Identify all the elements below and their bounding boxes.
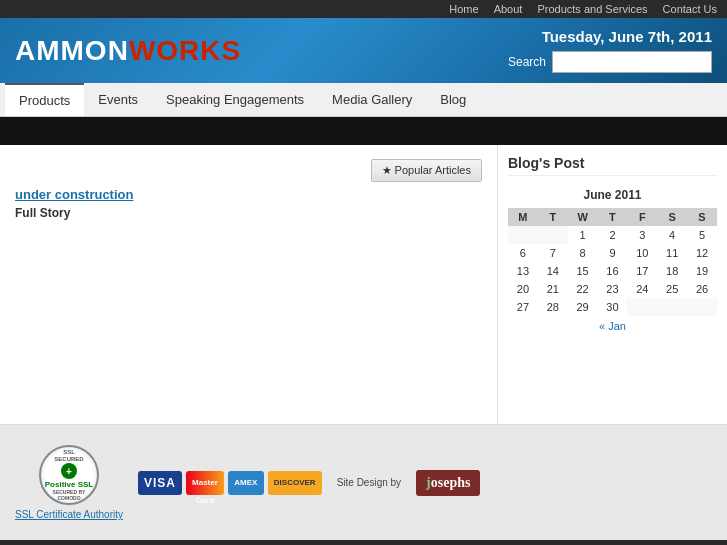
sidebar: Blog's Post June 2011 M T W T F S S 1 — [497, 145, 727, 424]
cal-cell: 8 — [568, 244, 598, 262]
black-banner — [0, 117, 727, 145]
nav-media-gallery[interactable]: Media Gallery — [318, 84, 426, 115]
cal-cell: 25 — [657, 280, 687, 298]
cal-cell: 2 — [598, 226, 628, 244]
search-input[interactable] — [552, 51, 712, 73]
ssl-secured-text: SSLSECURED — [54, 449, 83, 462]
cal-cell: 12 — [687, 244, 717, 262]
star-icon: ★ — [382, 164, 392, 176]
calendar: M T W T F S S 1 2 3 4 5 — [508, 208, 717, 336]
josephs-logo: josephs — [416, 470, 480, 496]
cal-prev-link[interactable]: « Jan — [508, 316, 717, 336]
ssl-badge: SSLSECURED + Positive SSL SECURED BY COM… — [39, 445, 99, 505]
cal-nav-row: « Jan — [508, 316, 717, 336]
cal-cell: 22 — [568, 280, 598, 298]
main-content: ★ Popular Articles under construction Fu… — [0, 145, 497, 424]
logo-ammon: AMMON — [15, 35, 129, 66]
site-logo: AMMONWORKS — [15, 35, 241, 67]
cal-header-t2: T — [598, 208, 628, 226]
cal-cell — [508, 226, 538, 244]
cal-jan-link[interactable]: « Jan — [599, 320, 626, 332]
calendar-month-title: June 2011 — [508, 184, 717, 208]
mastercard-icon: MasterCard — [186, 471, 224, 495]
cal-header-w: W — [568, 208, 598, 226]
nav-events[interactable]: Events — [84, 84, 152, 115]
cal-cell: 17 — [627, 262, 657, 280]
amex-icon: AMEX — [228, 471, 264, 495]
search-label: Search — [508, 55, 546, 69]
cal-cell: 4 — [657, 226, 687, 244]
ssl-checkmark: + — [61, 463, 77, 479]
cal-cell: 14 — [538, 262, 568, 280]
cal-cell: 20 — [508, 280, 538, 298]
positive-ssl-text: Positive SSL — [45, 480, 93, 489]
footer-area: SSLSECURED + Positive SSL SECURED BY COM… — [0, 425, 727, 540]
cal-cell: 7 — [538, 244, 568, 262]
visa-card-icon: VISA — [138, 471, 182, 495]
cal-cell: 30 — [598, 298, 628, 316]
cal-header-m: M — [508, 208, 538, 226]
cal-cell: 13 — [508, 262, 538, 280]
cal-week-4: 20 21 22 23 24 25 26 — [508, 280, 717, 298]
secured-by-text: SECURED BY COMODO — [41, 489, 97, 501]
cal-cell: 3 — [627, 226, 657, 244]
cal-week-3: 13 14 15 16 17 18 19 — [508, 262, 717, 280]
discover-icon: DISCOVER — [268, 471, 322, 495]
cal-header-s1: S — [657, 208, 687, 226]
cal-cell: 27 — [508, 298, 538, 316]
cal-cell: 21 — [538, 280, 568, 298]
cal-cell: 11 — [657, 244, 687, 262]
topnav-about[interactable]: About — [494, 3, 523, 15]
cal-header-t1: T — [538, 208, 568, 226]
ssl-authority-link[interactable]: SSL Certificate Authority — [15, 509, 123, 520]
cal-cell — [687, 298, 717, 316]
cal-cell — [627, 298, 657, 316]
cal-week-2: 6 7 8 9 10 11 12 — [508, 244, 717, 262]
cal-header-f: F — [627, 208, 657, 226]
cal-week-1: 1 2 3 4 5 — [508, 226, 717, 244]
site-header: AMMONWORKS Tuesday, June 7th, 2011 Searc… — [0, 18, 727, 83]
cal-cell — [538, 226, 568, 244]
nav-products[interactable]: Products — [5, 83, 84, 116]
header-right: Tuesday, June 7th, 2011 Search — [508, 28, 712, 73]
under-construction-link[interactable]: under construction — [15, 187, 482, 202]
cal-cell: 16 — [598, 262, 628, 280]
topnav-products-services[interactable]: Products and Services — [537, 3, 647, 15]
cal-cell: 19 — [687, 262, 717, 280]
cal-cell: 24 — [627, 280, 657, 298]
full-story-link: Full Story — [15, 206, 482, 220]
cal-week-5: 27 28 29 30 — [508, 298, 717, 316]
popular-articles-button[interactable]: ★ Popular Articles — [371, 159, 483, 182]
logo-works: WORKS — [129, 35, 241, 66]
cal-cell: 26 — [687, 280, 717, 298]
date-display: Tuesday, June 7th, 2011 — [508, 28, 712, 45]
blog-post-title: Blog's Post — [508, 155, 717, 176]
nav-speaking[interactable]: Speaking Engagements — [152, 84, 318, 115]
cal-cell: 28 — [538, 298, 568, 316]
topnav-contact[interactable]: Contact Us — [663, 3, 717, 15]
cal-cell: 9 — [598, 244, 628, 262]
cal-cell: 10 — [627, 244, 657, 262]
cal-cell: 18 — [657, 262, 687, 280]
calendar-body: 1 2 3 4 5 6 7 8 9 10 11 12 13 14 — [508, 226, 717, 336]
content-wrapper: ★ Popular Articles under construction Fu… — [0, 145, 727, 425]
payment-icons: VISA MasterCard AMEX DISCOVER — [138, 471, 322, 495]
nav-blog[interactable]: Blog — [426, 84, 480, 115]
cal-cell: 6 — [508, 244, 538, 262]
top-nav-bar: Home About Products and Services Contact… — [0, 0, 727, 18]
cal-cell: 29 — [568, 298, 598, 316]
cal-header-s2: S — [687, 208, 717, 226]
ssl-section: SSLSECURED + Positive SSL SECURED BY COM… — [15, 445, 123, 520]
cal-cell: 1 — [568, 226, 598, 244]
bottom-bar: Home TOP — [0, 540, 727, 545]
search-row: Search — [508, 51, 712, 73]
popular-articles-label: Popular Articles — [395, 164, 471, 176]
cal-cell: 15 — [568, 262, 598, 280]
calendar-header-row: M T W T F S S — [508, 208, 717, 226]
site-design-label: Site Design by — [337, 476, 401, 490]
josephs-osephs: osephs — [431, 475, 471, 490]
cal-cell: 5 — [687, 226, 717, 244]
cal-cell — [657, 298, 687, 316]
cal-cell: 23 — [598, 280, 628, 298]
topnav-home[interactable]: Home — [449, 3, 478, 15]
